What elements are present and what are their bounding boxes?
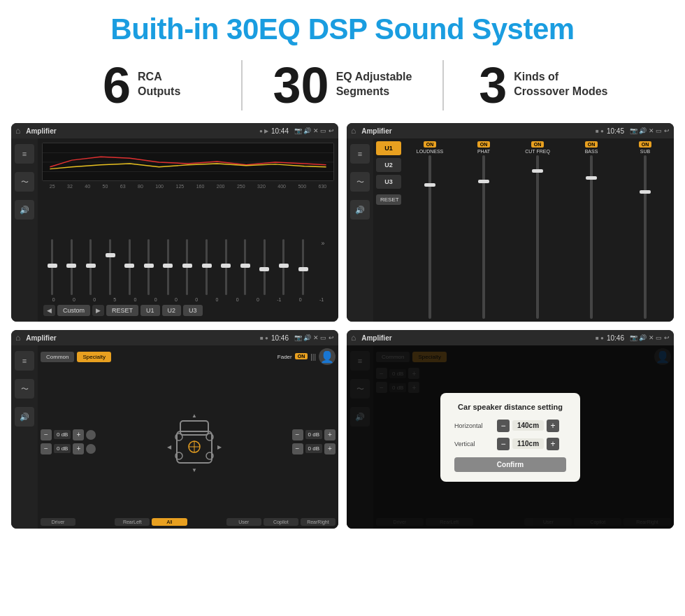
fader-db-value-1: 0 dB: [54, 430, 71, 439]
eq-ctrl-wave-icon[interactable]: 〜: [15, 172, 34, 192]
amp-ctrl-speaker-icon[interactable]: 🔊: [350, 200, 370, 220]
dialog-confirm-button[interactable]: Confirm: [454, 457, 566, 472]
amp-ctrl-wave-icon[interactable]: 〜: [350, 172, 370, 192]
fader-db-minus-1[interactable]: −: [41, 429, 52, 440]
eq-dot1: ● ▶: [259, 128, 268, 134]
amp-app-name: Amplifier: [361, 127, 593, 135]
amp-status-bar: ⌂ Amplifier ■ ● 10:45 📷 🔊 ✕ ▭ ↩: [347, 123, 674, 138]
eq-u2-btn[interactable]: U2: [162, 305, 182, 316]
fader-db-plus-3[interactable]: +: [324, 429, 336, 440]
fader-db-minus-4[interactable]: −: [292, 443, 303, 454]
fader-screen-body: ≡ 〜 🔊 Common Specialty Fader ON ||| 👤: [11, 345, 338, 529]
eq-slider-4[interactable]: [129, 239, 131, 295]
fader-tab-specialty[interactable]: Specialty: [77, 352, 110, 362]
eq-u3-btn[interactable]: U3: [183, 305, 203, 316]
eq-graph: [42, 143, 334, 181]
dialog-vertical-minus[interactable]: −: [497, 438, 510, 450]
channel-u3-btn[interactable]: U3: [376, 175, 401, 189]
eq-slider-12[interactable]: [282, 239, 284, 295]
eq-u1-btn[interactable]: U1: [140, 305, 160, 316]
main-title: Buith-in 30EQ DSP Sound System: [0, 0, 685, 53]
bass-slider[interactable]: [590, 155, 593, 319]
dialog-horizontal-value: 140cm: [512, 420, 544, 431]
eq-prev-btn[interactable]: ◀: [43, 305, 55, 316]
eq-slider-1[interactable]: [71, 239, 73, 295]
loudness-slider[interactable]: [428, 155, 431, 319]
phat-on-badge[interactable]: ON: [477, 141, 491, 148]
eq-slider-10[interactable]: [244, 239, 246, 295]
fader-speaker-icon-2: [86, 444, 96, 454]
fader-db-plus-2[interactable]: +: [73, 443, 84, 454]
eq-slider-7[interactable]: [186, 239, 188, 295]
eq-app-name: Amplifier: [26, 127, 257, 135]
amp-reset-btn[interactable]: RESET: [376, 194, 401, 205]
svg-rect-0: [43, 143, 333, 180]
dialog-title: Car speaker distance setting: [454, 403, 566, 411]
fader-home-icon[interactable]: ⌂: [15, 333, 20, 343]
fader-db-plus-1[interactable]: +: [73, 429, 84, 440]
fader-copilot-btn[interactable]: Copilot: [264, 518, 298, 526]
amp-home-icon[interactable]: ⌂: [351, 126, 356, 136]
eq-slider-2[interactable]: [89, 239, 92, 295]
home-icon[interactable]: ⌂: [15, 126, 20, 136]
distance-time: 10:46: [607, 334, 624, 342]
fader-left-controls: ≡ 〜 🔊: [11, 345, 38, 529]
channel-u2-btn[interactable]: U2: [376, 158, 401, 172]
fader-db-minus-3[interactable]: −: [292, 429, 303, 440]
eq-slider-9[interactable]: [225, 239, 227, 295]
eq-ctrl-eq-icon[interactable]: ≡: [15, 144, 34, 164]
fader-ctrl-wave-icon[interactable]: 〜: [15, 379, 34, 399]
dialog-horizontal-plus[interactable]: +: [547, 420, 559, 432]
eq-slider-3[interactable]: [109, 239, 111, 295]
phat-slider[interactable]: [482, 155, 485, 319]
eq-slider-8[interactable]: [206, 239, 208, 295]
fader-db-minus-2[interactable]: −: [41, 443, 52, 454]
eq-custom-btn[interactable]: Custom: [57, 305, 90, 316]
fader-ctrl-eq-icon[interactable]: ≡: [15, 351, 34, 371]
fader-person-icon[interactable]: 👤: [319, 348, 336, 365]
amp-screen-body: ≡ 〜 🔊 U1 U2 U3 RESET ON LOUDNESS: [347, 138, 674, 322]
svg-text:▲: ▲: [192, 413, 197, 419]
cutfreq-slider[interactable]: [536, 155, 539, 319]
fader-on-badge[interactable]: ON: [295, 353, 308, 359]
eq-ctrl-speaker-icon[interactable]: 🔊: [15, 200, 34, 220]
eq-slider-11[interactable]: [264, 239, 266, 295]
fader-user-btn[interactable]: User: [226, 518, 261, 526]
cutfreq-on-badge[interactable]: ON: [531, 141, 545, 148]
fader-status-bar: ⌂ Amplifier ■ ● 10:46 📷 🔊 ✕ ▭ ↩: [11, 330, 338, 345]
loudness-on-badge[interactable]: ON: [424, 141, 437, 148]
fader-status-icons: 📷 🔊 ✕ ▭ ↩: [294, 334, 334, 341]
eq-next-btn[interactable]: ▶: [92, 305, 104, 316]
dialog-horizontal-minus[interactable]: −: [497, 420, 510, 432]
distance-status-bar: ⌂ Amplifier ■ ● 10:46 📷 🔊 ✕ ▭ ↩: [347, 330, 674, 345]
eq-sliders: »: [42, 192, 334, 295]
fader-right-db: − 0 dB + − 0 dB +: [292, 429, 336, 454]
channel-u1-btn[interactable]: U1: [376, 141, 401, 155]
eq-slider-6[interactable]: [167, 239, 169, 295]
dialog-vertical-plus[interactable]: +: [547, 438, 559, 450]
eq-status-bar: ⌂ Amplifier ● ▶ 10:44 📷 🔊 ✕ ▭ ↩: [11, 123, 338, 138]
eq-slider-0[interactable]: [51, 239, 53, 295]
distance-home-icon[interactable]: ⌂: [351, 333, 356, 343]
fader-db-plus-4[interactable]: +: [324, 443, 336, 454]
sub-on-badge[interactable]: ON: [639, 141, 652, 148]
amp-ctrl-eq-icon[interactable]: ≡: [350, 144, 370, 164]
phat-label: PHAT: [477, 149, 490, 154]
fader-rearright-btn[interactable]: RearRight: [301, 518, 336, 526]
fader-main-content: Common Specialty Fader ON ||| 👤 − 0 dB: [38, 345, 338, 529]
eq-slider-5[interactable]: [147, 239, 150, 295]
fader-tab-common[interactable]: Common: [41, 352, 74, 362]
sub-slider[interactable]: [644, 155, 647, 319]
bass-on-badge[interactable]: ON: [585, 141, 598, 148]
stat-rca-line2: Outputs: [138, 85, 180, 99]
fader-rearleft-btn[interactable]: RearLeft: [115, 518, 150, 526]
fader-driver-btn[interactable]: Driver: [41, 518, 75, 526]
eq-time: 10:44: [271, 127, 289, 135]
eq-reset-btn[interactable]: RESET: [106, 305, 138, 316]
svg-text:▶: ▶: [217, 444, 222, 450]
eq-slider-13[interactable]: [302, 239, 304, 295]
screens-grid: ⌂ Amplifier ● ▶ 10:44 📷 🔊 ✕ ▭ ↩ ≡ 〜 🔊: [0, 123, 685, 536]
fader-all-btn[interactable]: All: [152, 518, 187, 526]
fader-label: Fader: [277, 354, 292, 360]
fader-ctrl-speaker-icon[interactable]: 🔊: [15, 407, 34, 427]
